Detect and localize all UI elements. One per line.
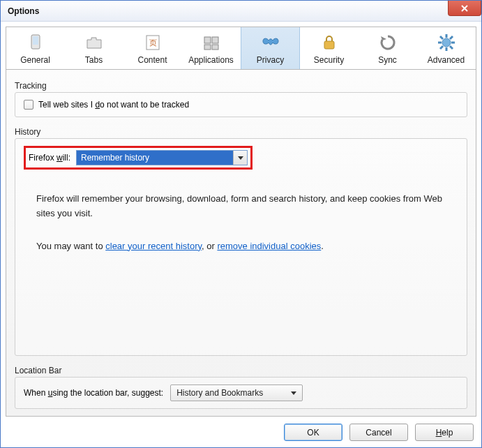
tab-sync[interactable]: Sync (359, 27, 417, 69)
chevron-down-icon (291, 391, 296, 395)
history-mode-highlight: Firefox will: Remember history (24, 146, 253, 170)
window-title: Options (8, 6, 39, 16)
firefox-will-label: Firefox will: (29, 153, 70, 163)
tab-security[interactable]: Security (300, 27, 359, 69)
svg-line-16 (450, 36, 453, 39)
tab-strip: General Tabs 页 Content Applications (6, 27, 476, 70)
svg-text:页: 页 (149, 38, 156, 47)
dialog-buttons: OK Cancel Help (6, 417, 476, 442)
history-desc-1: Firefox will remember your browsing, dow… (36, 192, 446, 221)
tab-content[interactable]: 页 Content (123, 27, 182, 69)
svg-line-14 (440, 36, 443, 39)
tab-tabs[interactable]: Tabs (65, 27, 123, 69)
tab-general[interactable]: General (6, 27, 65, 69)
close-button[interactable] (448, 1, 481, 16)
remove-cookies-link[interactable]: remove individual cookies (217, 241, 321, 251)
location-suggest-label: When using the location bar, suggest: (24, 388, 163, 398)
history-section-label: History (15, 127, 467, 137)
history-description: Firefox will remember your browsing, dow… (36, 192, 446, 271)
history-mode-value: Remember history (81, 153, 149, 163)
chevron-down-icon (233, 151, 247, 165)
svg-rect-7 (212, 45, 218, 50)
svg-point-9 (442, 38, 451, 47)
tabs-icon (83, 31, 105, 54)
clear-history-link[interactable]: clear your recent history (105, 241, 202, 251)
general-icon (24, 31, 47, 54)
cancel-button[interactable]: Cancel (349, 424, 408, 441)
privacy-icon (259, 31, 282, 54)
location-suggest-dropdown[interactable]: History and Bookmarks (170, 384, 303, 401)
applications-icon (200, 31, 223, 54)
titlebar: Options (1, 1, 481, 22)
svg-rect-1 (33, 36, 38, 45)
svg-line-15 (450, 46, 453, 49)
location-section-label: Location Bar (15, 366, 467, 375)
tab-label: Security (301, 55, 356, 65)
tab-privacy[interactable]: Privacy (241, 27, 300, 69)
gear-icon (435, 31, 458, 54)
do-not-track-checkbox[interactable] (24, 100, 33, 110)
svg-rect-8 (324, 41, 334, 49)
do-not-track-label[interactable]: Tell web sites I do not want to be track… (38, 100, 189, 110)
tab-label: Tabs (66, 55, 121, 65)
security-icon (318, 31, 340, 54)
tab-label: Applications (183, 55, 239, 65)
help-button[interactable]: Help (415, 424, 474, 441)
location-suggest-row: When using the location bar, suggest: Hi… (24, 384, 458, 401)
tab-label: Sync (360, 55, 415, 65)
tab-applications[interactable]: Applications (182, 27, 241, 69)
content-area: General Tabs 页 Content Applications (1, 22, 481, 447)
close-icon (460, 4, 469, 13)
svg-line-17 (440, 46, 443, 49)
svg-rect-5 (212, 37, 218, 43)
location-section: When using the location bar, suggest: Hi… (15, 377, 467, 409)
do-not-track-row: Tell web sites I do not want to be track… (24, 100, 458, 110)
tracking-section-label: Tracking (15, 81, 467, 91)
tab-label: Privacy (243, 55, 298, 65)
sync-icon (377, 31, 399, 54)
tab-label: Content (125, 55, 180, 65)
content-icon: 页 (142, 31, 164, 54)
ok-button[interactable]: OK (284, 424, 342, 441)
svg-rect-4 (204, 37, 211, 43)
tab-label: Advanced (419, 55, 474, 65)
location-suggest-value: History and Bookmarks (176, 388, 263, 398)
privacy-panel: Tracking Tell web sites I do not want to… (6, 70, 476, 417)
history-mode-dropdown[interactable]: Remember history (76, 150, 248, 165)
tab-label: General (8, 55, 63, 65)
tab-advanced[interactable]: Advanced (417, 27, 476, 69)
svg-rect-6 (204, 45, 211, 50)
tracking-section: Tell web sites I do not want to be track… (15, 92, 467, 117)
options-window: Options General Tabs 页 (0, 0, 482, 448)
history-desc-2: You may want to clear your recent histor… (36, 239, 446, 254)
history-section: Firefox will: Remember history Firefox w… (15, 138, 467, 356)
